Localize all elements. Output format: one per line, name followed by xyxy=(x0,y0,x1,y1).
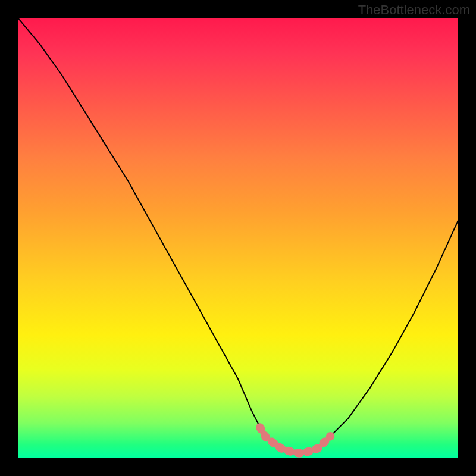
plot-area xyxy=(18,18,458,458)
watermark-text: TheBottleneck.com xyxy=(358,2,470,18)
optimal-range-highlight xyxy=(260,427,330,453)
chart-svg xyxy=(18,18,458,458)
bottleneck-curve xyxy=(18,18,458,454)
